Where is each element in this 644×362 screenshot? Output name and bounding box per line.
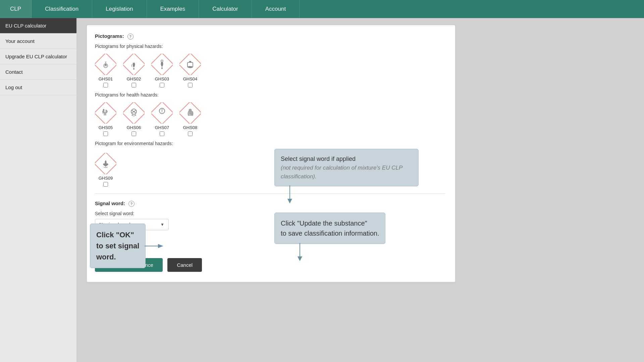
ghs05-icon xyxy=(95,102,116,124)
sidebar-item-logout[interactable]: Log out xyxy=(0,80,76,95)
update-substance-tooltip: Click "Update the substance" to save cla… xyxy=(274,213,385,244)
svg-point-11 xyxy=(103,109,104,110)
action-buttons: Update the substance Cancel xyxy=(95,258,445,272)
tooltip-update-text: Click "Update the substance" to save cla… xyxy=(281,218,379,238)
ghs08-icon xyxy=(179,102,201,124)
pictograms-help-icon[interactable]: ? xyxy=(127,34,133,40)
click-ok-tooltip: Click "OK" to set signal word. xyxy=(90,224,146,268)
sidebar-item-contact[interactable]: Contact xyxy=(0,64,76,80)
ghs06-icon xyxy=(123,102,145,124)
dropdown-arrow-icon: ▼ xyxy=(160,222,164,227)
nav-examples[interactable]: Examples xyxy=(147,0,199,18)
ghs03-label: GHS03 xyxy=(155,76,169,81)
health-hazards-row: GHS05 xyxy=(95,102,445,136)
nav-legislation[interactable]: Legislation xyxy=(92,0,147,18)
ghs05-label: GHS05 xyxy=(99,125,113,130)
pictogram-ghs04: GHS04 xyxy=(179,54,201,87)
pictogram-ghs03: GHS03 xyxy=(151,54,173,87)
ghs09-label: GHS09 xyxy=(99,176,113,181)
ghs09-checkbox[interactable] xyxy=(103,182,108,187)
cancel-button[interactable]: Cancel xyxy=(167,258,202,272)
physical-hazards-row: GHS01 GHS02 xyxy=(95,54,445,87)
nav-clp[interactable]: CLP xyxy=(0,0,32,18)
ghs07-label: GHS07 xyxy=(155,125,169,130)
ghs05-checkbox[interactable] xyxy=(103,131,108,136)
main-content: Pictograms: ? Pictograms for physical ha… xyxy=(76,18,644,362)
svg-marker-21 xyxy=(287,199,292,203)
pictograms-label: Pictograms: ? xyxy=(95,33,445,40)
tooltip-signal-italic: (not required for calculation of mixture… xyxy=(281,164,412,181)
ghs06-checkbox[interactable] xyxy=(131,131,136,136)
pictogram-ghs02: GHS02 xyxy=(123,54,145,87)
pictogram-ghs05: GHS05 xyxy=(95,102,116,136)
top-nav: CLP Classification Legislation Examples … xyxy=(0,0,644,18)
health-hazards-label: Pictograms for health hazards: xyxy=(95,92,445,98)
svg-text:!: ! xyxy=(161,108,163,113)
pictogram-ghs06: GHS06 xyxy=(123,102,145,136)
ghs01-checkbox[interactable] xyxy=(103,83,108,87)
pictogram-ghs07: ! GHS07 xyxy=(151,102,173,136)
svg-point-2 xyxy=(105,66,105,67)
tooltip-click-ok-text: Click "OK" to set signal word. xyxy=(96,229,139,262)
nav-account[interactable]: Account xyxy=(252,0,300,18)
sidebar: EU CLP calculator Your account Upgrade E… xyxy=(0,18,76,362)
ghs04-label: GHS04 xyxy=(183,76,198,81)
ghs02-checkbox[interactable] xyxy=(131,83,136,87)
pictogram-ghs01: GHS01 xyxy=(95,54,116,87)
ghs08-label: GHS08 xyxy=(183,125,198,130)
signal-word-help-icon[interactable]: ? xyxy=(128,201,135,207)
env-hazards-label: Pictogram for environmental hazards: xyxy=(95,141,445,146)
ghs02-label: GHS02 xyxy=(127,76,141,81)
svg-rect-12 xyxy=(123,102,145,124)
ghs03-icon xyxy=(151,54,173,75)
physical-hazards-label: Pictograms for physical hazards: xyxy=(95,44,445,49)
ghs03-checkbox[interactable] xyxy=(160,83,164,87)
ghs07-checkbox[interactable] xyxy=(160,131,164,136)
sidebar-item-eu-clp-calculator[interactable]: EU CLP calculator xyxy=(0,18,76,34)
nav-calculator[interactable]: Calculator xyxy=(199,0,252,18)
ghs06-label: GHS06 xyxy=(127,125,141,130)
ghs02-icon xyxy=(123,54,145,75)
signal-word-label: Signal word: ? xyxy=(95,200,445,207)
sidebar-item-upgrade[interactable]: Upgrade EU CLP calculator xyxy=(0,49,76,64)
ghs07-icon: ! xyxy=(151,102,173,124)
signal-word-tooltip: Select signal word if applied (not requi… xyxy=(274,149,419,186)
ghs08-checkbox[interactable] xyxy=(188,131,193,136)
ghs04-icon xyxy=(179,54,201,75)
ghs04-checkbox[interactable] xyxy=(188,83,193,87)
select-signal-word-label: Select signal word: xyxy=(95,211,445,216)
click-ok-arrow xyxy=(145,243,163,249)
pictogram-ghs09: GHS09 xyxy=(95,153,116,187)
ghs09-icon xyxy=(95,153,116,174)
ghs01-label: GHS01 xyxy=(99,76,113,81)
sidebar-item-your-account[interactable]: Your account xyxy=(0,34,76,49)
svg-marker-23 xyxy=(158,244,163,248)
tooltip-signal-text: Select signal word if applied xyxy=(281,155,412,164)
tooltip-arrow-down xyxy=(285,185,295,203)
ghs01-icon xyxy=(95,54,116,75)
pictogram-ghs08: GHS08 xyxy=(179,102,201,136)
section-divider xyxy=(95,193,445,194)
svg-rect-9 xyxy=(189,61,191,63)
svg-marker-25 xyxy=(298,256,302,261)
svg-point-3 xyxy=(106,66,107,67)
tooltip-update-arrow xyxy=(295,243,305,261)
nav-classification[interactable]: Classification xyxy=(32,0,92,18)
